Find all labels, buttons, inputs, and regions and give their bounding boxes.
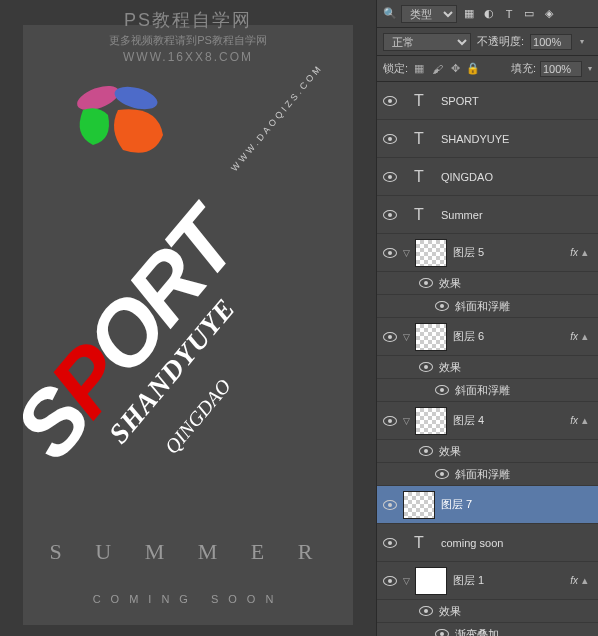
expand-toggle-icon[interactable]: ▽ (403, 576, 413, 586)
layer-name[interactable]: Summer (441, 209, 594, 221)
text-layer-thumb[interactable]: T (403, 87, 435, 115)
visibility-toggle[interactable] (381, 534, 399, 552)
effect-name: 效果 (439, 360, 594, 375)
lock-position-icon[interactable]: ✥ (448, 62, 462, 76)
text-layer-thumb[interactable]: T (403, 163, 435, 191)
eye-icon (435, 469, 449, 479)
layer-name[interactable]: 图层 1 (453, 573, 570, 588)
visibility-toggle[interactable] (433, 625, 451, 636)
layer-name[interactable]: QINGDAO (441, 171, 594, 183)
filter-shape-icon[interactable]: ▭ (521, 6, 537, 22)
pixel-layer-thumb[interactable] (415, 567, 447, 595)
layer-effect-row[interactable]: 斜面和浮雕 (377, 379, 598, 402)
layer-row[interactable]: TSPORT (377, 82, 598, 120)
visibility-toggle[interactable] (433, 381, 451, 399)
fx-collapse-icon[interactable]: ▴ (582, 414, 594, 427)
layer-row[interactable]: TSHANDYUYE (377, 120, 598, 158)
expand-toggle-icon[interactable]: ▽ (403, 332, 413, 342)
eye-icon (419, 278, 433, 288)
eye-icon (383, 538, 397, 548)
filter-type-select[interactable]: 类型 (401, 5, 457, 23)
layer-row[interactable]: ▽图层 4fx▴ (377, 402, 598, 440)
opacity-dropdown-icon[interactable]: ▾ (580, 37, 584, 46)
expand-toggle-icon[interactable]: ▽ (403, 416, 413, 426)
visibility-toggle[interactable] (417, 442, 435, 460)
text-layer-thumb[interactable]: T (403, 125, 435, 153)
fx-badge[interactable]: fx (570, 247, 578, 258)
layer-effect-row[interactable]: 效果 (377, 440, 598, 463)
text-layer-thumb[interactable]: T (403, 529, 435, 557)
visibility-toggle[interactable] (417, 602, 435, 620)
poster-canvas[interactable]: WWW.DAOQIZS.COM SPORT SHANDYUYE QINGDAO … (23, 25, 353, 625)
layer-row[interactable]: TQINGDAO (377, 158, 598, 196)
layer-row[interactable]: 图层 7 (377, 486, 598, 524)
canvas-area: PS教程自学网 更多视频教程请到PS教程自学网 WWW.16XX8.COM WW… (0, 0, 376, 636)
filter-adjust-icon[interactable]: ◐ (481, 6, 497, 22)
layer-name[interactable]: 图层 6 (453, 329, 570, 344)
visibility-toggle[interactable] (381, 412, 399, 430)
fx-badge[interactable]: fx (570, 575, 578, 586)
layer-row[interactable]: ▽图层 1fx▴ (377, 562, 598, 600)
layer-name[interactable]: SPORT (441, 95, 594, 107)
visibility-toggle[interactable] (433, 465, 451, 483)
layer-effect-row[interactable]: 效果 (377, 272, 598, 295)
layer-effect-row[interactable]: 渐变叠加 (377, 623, 598, 636)
visibility-toggle[interactable] (381, 92, 399, 110)
layer-name[interactable]: SHANDYUYE (441, 133, 594, 145)
pixel-layer-thumb[interactable] (415, 407, 447, 435)
visibility-toggle[interactable] (381, 572, 399, 590)
layer-row[interactable]: ▽图层 6fx▴ (377, 318, 598, 356)
effect-name: 效果 (439, 276, 594, 291)
visibility-toggle[interactable] (381, 168, 399, 186)
layer-name[interactable]: 图层 5 (453, 245, 570, 260)
visibility-toggle[interactable] (381, 206, 399, 224)
lock-all-icon[interactable]: 🔒 (466, 62, 480, 76)
fx-collapse-icon[interactable]: ▴ (582, 246, 594, 259)
filter-pixel-icon[interactable]: ▦ (461, 6, 477, 22)
layer-effect-row[interactable]: 效果 (377, 600, 598, 623)
fill-dropdown-icon[interactable]: ▾ (588, 64, 592, 73)
lock-paint-icon[interactable]: 🖌 (430, 62, 444, 76)
visibility-toggle[interactable] (417, 274, 435, 292)
pixel-layer-thumb[interactable] (403, 491, 435, 519)
layer-name[interactable]: 图层 4 (453, 413, 570, 428)
app-root: PS教程自学网 更多视频教程请到PS教程自学网 WWW.16XX8.COM WW… (0, 0, 598, 636)
layer-effect-row[interactable]: 斜面和浮雕 (377, 295, 598, 318)
visibility-toggle[interactable] (381, 496, 399, 514)
visibility-toggle[interactable] (417, 358, 435, 376)
eye-icon (383, 134, 397, 144)
layer-effect-row[interactable]: 斜面和浮雕 (377, 463, 598, 486)
visibility-toggle[interactable] (381, 130, 399, 148)
pixel-layer-thumb[interactable] (415, 239, 447, 267)
eye-icon (419, 606, 433, 616)
layer-row[interactable]: ▽图层 5fx▴ (377, 234, 598, 272)
layer-name[interactable]: coming soon (441, 537, 594, 549)
layer-effect-row[interactable]: 效果 (377, 356, 598, 379)
layer-filter-toolbar: 🔍 类型 ▦ ◐ T ▭ ◈ (377, 0, 598, 28)
lock-transparency-icon[interactable]: ▦ (412, 62, 426, 76)
fx-collapse-icon[interactable]: ▴ (582, 574, 594, 587)
search-icon[interactable]: 🔍 (383, 7, 397, 20)
eye-icon (419, 446, 433, 456)
effect-name: 效果 (439, 604, 594, 619)
visibility-toggle[interactable] (381, 244, 399, 262)
visibility-toggle[interactable] (433, 297, 451, 315)
filter-smart-icon[interactable]: ◈ (541, 6, 557, 22)
layers-list[interactable]: TSPORTTSHANDYUYETQINGDAOTSummer▽图层 5fx▴效… (377, 82, 598, 636)
eye-icon (383, 500, 397, 510)
layer-row[interactable]: Tcoming soon (377, 524, 598, 562)
blend-mode-select[interactable]: 正常 (383, 33, 471, 51)
pixel-layer-thumb[interactable] (415, 323, 447, 351)
text-layer-thumb[interactable]: T (403, 201, 435, 229)
fill-input[interactable] (540, 61, 582, 77)
eye-icon (383, 332, 397, 342)
expand-toggle-icon[interactable]: ▽ (403, 248, 413, 258)
layer-name[interactable]: 图层 7 (441, 497, 594, 512)
layer-row[interactable]: TSummer (377, 196, 598, 234)
opacity-input[interactable] (530, 34, 572, 50)
visibility-toggle[interactable] (381, 328, 399, 346)
fx-collapse-icon[interactable]: ▴ (582, 330, 594, 343)
fx-badge[interactable]: fx (570, 331, 578, 342)
fx-badge[interactable]: fx (570, 415, 578, 426)
filter-text-icon[interactable]: T (501, 6, 517, 22)
